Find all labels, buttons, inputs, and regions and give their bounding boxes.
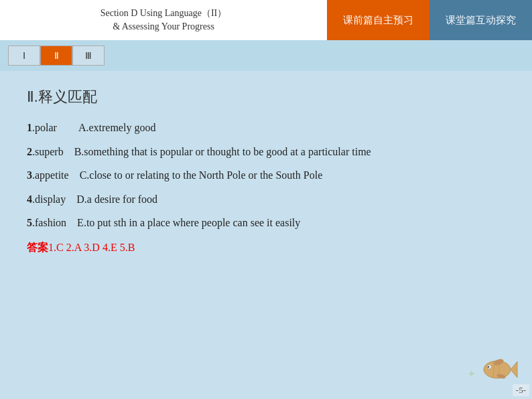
answer-row: 答案1.C 2.A 3.D 4.E 5.B [27,241,505,255]
item-number-5: 5 [27,217,32,228]
item-word-2: .superb B.something that is popular or t… [32,146,371,157]
header-title: Section D Using Language（II） & Assessing… [0,0,327,40]
section-title: Ⅱ.释义匹配 [27,87,505,107]
item-word-1: .polar A.extremely good [32,122,155,133]
item-number-2: 2 [27,146,32,157]
svg-point-3 [488,366,490,368]
fish-decoration [478,352,519,386]
tab-preview[interactable]: 课前篇自主预习 [327,0,429,40]
item-word-4: .display D.a desire for food [32,193,157,205]
main-content: Ⅱ.释义匹配 1.polar A.extremely good 2.superb… [0,71,532,399]
roman-tab-3[interactable]: Ⅲ [72,46,105,66]
tab-classroom[interactable]: 课堂篇互动探究 [429,0,532,40]
item-row-3: 3.appetite C.close to or relating to the… [27,167,505,184]
item-row-2: 2.superb B.something that is popular or … [27,143,505,161]
item-row-4: 4.display D.a desire for food [27,191,505,208]
title-line2: & Assessing Your Progress [113,20,214,33]
item-word-5: .fashion E.to put sth in a place where p… [32,217,300,228]
header: Section D Using Language（II） & Assessing… [0,0,532,40]
star-decoration: ✦ [467,368,476,380]
title-line1: Section D Using Language（II） [101,7,227,20]
answer-label: 答案 [27,242,48,253]
roman-tabs: Ⅰ Ⅱ Ⅲ [0,40,532,71]
answer-content: 1.C 2.A 3.D 4.E 5.B [48,242,135,253]
item-word-3: .appetite C.close to or relating to the … [32,169,322,181]
svg-marker-1 [511,362,517,378]
page-number: -5- [513,384,529,396]
item-row-5: 5.fashion E.to put sth in a place where … [27,214,505,232]
item-number-1: 1 [27,122,32,133]
fish-icon [478,352,519,386]
item-number-4: 4 [27,193,32,205]
roman-tab-1[interactable]: Ⅰ [8,46,40,66]
item-number-3: 3 [27,169,32,181]
roman-tab-2[interactable]: Ⅱ [40,46,72,66]
item-row-1: 1.polar A.extremely good [27,119,505,137]
